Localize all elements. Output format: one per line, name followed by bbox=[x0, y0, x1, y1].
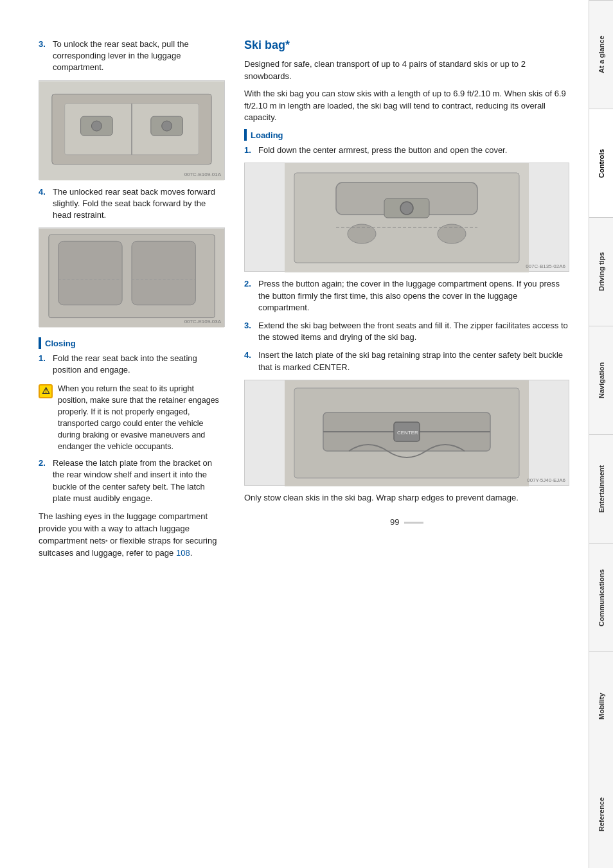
sidebar-tab-reference[interactable]: Reference bbox=[589, 760, 613, 868]
loading-blue-bar bbox=[244, 129, 247, 141]
loading-step-4: 4. Insert the latch plate of the ski bag… bbox=[244, 350, 569, 373]
loading-step-1-num: 1. bbox=[244, 145, 253, 156]
closing-header: Closing bbox=[45, 339, 76, 348]
right-image-2: CENTER 007Y-5J40-EJA6 bbox=[244, 380, 569, 486]
right-column: Ski bag* Designed for safe, clean transp… bbox=[244, 39, 569, 829]
closing-step-1-num: 1. bbox=[39, 353, 48, 376]
sidebar-tab-controls[interactable]: Controls bbox=[589, 109, 613, 217]
sidebar-tab-communications[interactable]: Communications bbox=[589, 543, 613, 651]
loading-step-3-text: Extend the ski bag between the front sea… bbox=[258, 320, 569, 343]
step-3-text: To unlock the rear seat back, pull the c… bbox=[53, 39, 225, 74]
closing-step-1-text: Fold the rear seat back into the seating… bbox=[53, 353, 225, 376]
left-image-2: 007C-E109-03A bbox=[39, 227, 225, 327]
loading-step-4-text: Insert the latch plate of the ski bag re… bbox=[258, 350, 569, 373]
closing-step-2-num: 2. bbox=[39, 457, 48, 504]
lashing-paragraph: The lashing eyes in the luggage compartm… bbox=[39, 511, 225, 559]
loading-step-3-num: 3. bbox=[244, 320, 253, 343]
svg-point-5 bbox=[162, 121, 172, 131]
sidebar-tab-driving-tips[interactable]: Driving tips bbox=[589, 217, 613, 326]
page-number-area: 99 bbox=[244, 517, 569, 527]
step-4-num: 4. bbox=[39, 186, 48, 222]
loading-header: Loading bbox=[251, 130, 283, 140]
left-img2-caption: 007C-E109-03A bbox=[184, 319, 221, 324]
loading-step-2-num: 2. bbox=[244, 278, 253, 314]
right-img1-caption: 007C-B135-02A6 bbox=[526, 263, 565, 269]
warning-box: ⚠ When you return the seat to its uprigh… bbox=[39, 383, 225, 453]
lashing-page-link[interactable]: 108 bbox=[176, 548, 190, 558]
sidebar: At a glance Controls Driving tips Naviga… bbox=[589, 0, 613, 868]
main-content: 3. To unlock the rear seat back, pull th… bbox=[0, 0, 589, 868]
loading-header-wrapper: Loading bbox=[244, 129, 569, 141]
closing-step-2: 2. Release the latch plate from the brac… bbox=[39, 457, 225, 504]
step-4: 4. The unlocked rear seat back moves for… bbox=[39, 186, 225, 222]
sidebar-tab-navigation[interactable]: Navigation bbox=[589, 326, 613, 434]
right-img2-caption: 007Y-5J40-EJA6 bbox=[527, 477, 565, 483]
closing-header-wrapper: Closing bbox=[39, 337, 225, 349]
step-3: 3. To unlock the rear seat back, pull th… bbox=[39, 39, 225, 74]
left-column: 3. To unlock the rear seat back, pull th… bbox=[39, 39, 225, 829]
closing-step-2-text: Release the latch plate from the bracket… bbox=[53, 457, 225, 504]
svg-text:CENTER: CENTER bbox=[397, 430, 418, 436]
ski-bag-title: Ski bag* bbox=[244, 39, 569, 52]
step-4-text: The unlocked rear seat back moves forwar… bbox=[53, 186, 225, 222]
loading-step-2-text: Press the button again; the cover in the… bbox=[258, 278, 569, 314]
sidebar-tab-entertainment[interactable]: Entertainment bbox=[589, 434, 613, 543]
left-img1-caption: 007C-E109-01A bbox=[184, 172, 221, 177]
sidebar-tab-mobility[interactable]: Mobility bbox=[589, 651, 613, 760]
sidebar-tab-at-a-glance[interactable]: At a glance bbox=[589, 0, 613, 109]
closing-blue-bar bbox=[39, 337, 41, 349]
page-number: 99 bbox=[390, 517, 399, 527]
left-image-1: 007C-E109-01A bbox=[39, 80, 225, 180]
right-image-1: 007C-B135-02A6 bbox=[244, 163, 569, 272]
loading-step-1: 1. Fold down the center armrest, press t… bbox=[244, 145, 569, 156]
intro-para-1: Designed for safe, clean transport of up… bbox=[244, 58, 569, 83]
footer-note: Only stow clean skis in the ski bag. Wra… bbox=[244, 492, 569, 504]
intro-para-2: With the ski bag you can stow skis with … bbox=[244, 88, 569, 125]
warning-text: When you return the seat to its upright … bbox=[58, 383, 225, 453]
svg-rect-11 bbox=[132, 242, 195, 305]
loading-step-3: 3. Extend the ski bag between the front … bbox=[244, 320, 569, 343]
loading-step-1-text: Fold down the center armrest, press the … bbox=[258, 145, 569, 156]
lashing-period: . bbox=[190, 548, 193, 558]
loading-step-2: 2. Press the button again; the cover in … bbox=[244, 278, 569, 314]
svg-point-18 bbox=[400, 202, 413, 215]
svg-point-7 bbox=[91, 121, 102, 131]
page-number-bar bbox=[404, 522, 423, 524]
loading-step-4-num: 4. bbox=[244, 350, 253, 373]
closing-step-1: 1. Fold the rear seat back into the seat… bbox=[39, 353, 225, 376]
warning-icon: ⚠ bbox=[39, 384, 53, 398]
step-3-num: 3. bbox=[39, 39, 48, 74]
svg-rect-10 bbox=[58, 242, 122, 305]
page-wrapper: 3. To unlock the rear seat back, pull th… bbox=[0, 0, 613, 868]
